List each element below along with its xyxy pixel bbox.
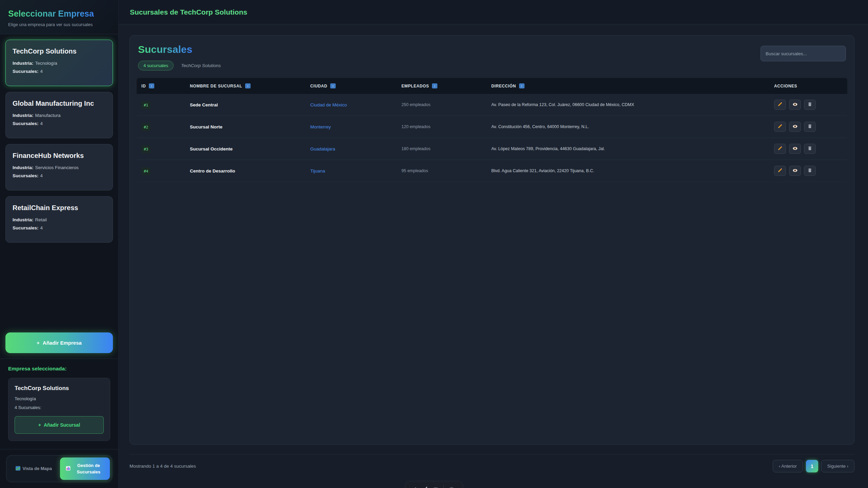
view-button[interactable] bbox=[789, 144, 801, 154]
trash-icon bbox=[807, 168, 812, 174]
page-title: Sucursales de TechCorp Solutions bbox=[130, 8, 247, 16]
sort-icon[interactable]: ↕ bbox=[245, 83, 251, 88]
id-cell: #1 bbox=[137, 102, 185, 108]
view-toggle: Vista de Mapa Gestión de Sucursales bbox=[6, 455, 112, 482]
company-sidebar: Seleccionar Empresa Elige una empresa pa… bbox=[0, 0, 119, 488]
delete-button[interactable] bbox=[804, 144, 816, 154]
company-industry-line: Industria:Servicios Financieros bbox=[13, 165, 106, 170]
add-company-label: Añadir Empresa bbox=[43, 340, 82, 346]
delete-button[interactable] bbox=[804, 100, 816, 110]
search-input[interactable] bbox=[761, 46, 846, 61]
delete-button[interactable] bbox=[804, 122, 816, 132]
company-card-retailchain[interactable]: RetailChain Express Industria:Retail Suc… bbox=[5, 196, 113, 243]
selected-company-branches: 4 Sucursales: bbox=[15, 405, 104, 410]
panel-head: Sucursales 4 sucursales TechCorp Solutio… bbox=[137, 44, 847, 70]
company-industry-line: Industria:Retail bbox=[13, 217, 106, 222]
edit-button[interactable] bbox=[774, 144, 786, 154]
edit-button[interactable] bbox=[774, 100, 786, 110]
branch-city-link[interactable]: Monterrey bbox=[310, 124, 331, 129]
font-size-icon[interactable]: A bbox=[414, 486, 417, 488]
branch-name: Sede Central bbox=[185, 102, 305, 107]
column-label: EMPLEADOS bbox=[401, 84, 429, 88]
current-page-button[interactable]: 1 bbox=[806, 460, 818, 472]
bar-chart-icon bbox=[65, 466, 71, 473]
branch-city-link[interactable]: Guadalajara bbox=[310, 146, 335, 151]
company-list: TechCorp Solutions Industria:Tecnología … bbox=[0, 34, 118, 248]
management-view-button[interactable]: Gestión de Sucursales bbox=[60, 458, 110, 480]
id-cell: #4 bbox=[137, 168, 185, 174]
edit-button[interactable] bbox=[774, 166, 786, 176]
trash-icon bbox=[807, 102, 812, 108]
view-button[interactable] bbox=[789, 100, 801, 110]
dock-divider bbox=[443, 485, 444, 488]
company-branches-line: Sucursales:4 bbox=[13, 173, 106, 178]
map-view-button[interactable]: Vista de Mapa bbox=[8, 458, 59, 480]
company-card-global-manufacturing[interactable]: Global Manufacturing Inc Industria:Manuf… bbox=[5, 92, 113, 138]
branch-employees: 95 empleados bbox=[397, 168, 487, 173]
id-cell: #3 bbox=[137, 146, 185, 152]
branches-label: Sucursales: bbox=[13, 173, 39, 178]
column-label: CIUDAD bbox=[310, 84, 327, 88]
table-row: #4 Centro de Desarrollo Tijuana 95 emple… bbox=[137, 160, 847, 182]
view-button[interactable] bbox=[789, 122, 801, 132]
add-company-button[interactable]: +Añadir Empresa bbox=[5, 332, 113, 353]
plus-icon: + bbox=[38, 422, 41, 428]
company-name: RetailChain Express bbox=[13, 204, 106, 212]
industry-label: Industria: bbox=[13, 217, 34, 222]
company-card-techcorp[interactable]: TechCorp Solutions Industria:Tecnología … bbox=[5, 40, 113, 86]
showing-text: Mostrando 1 a 4 de 4 sucursales bbox=[130, 464, 196, 469]
company-industry-line: Industria:Manufactura bbox=[13, 113, 106, 118]
sort-icon[interactable]: ↕ bbox=[519, 83, 525, 88]
company-name: FinanceHub Networks bbox=[13, 152, 106, 160]
branches-value: 4 bbox=[40, 69, 43, 74]
list-icon[interactable] bbox=[433, 486, 438, 488]
column-actions: ACCIONES bbox=[769, 84, 847, 88]
sort-icon[interactable]: ↕ bbox=[330, 83, 336, 88]
eye-icon bbox=[792, 168, 798, 174]
branch-id-badge: #4 bbox=[141, 167, 151, 175]
id-cell: #2 bbox=[137, 124, 185, 130]
delete-button[interactable] bbox=[804, 166, 816, 176]
brush-icon[interactable] bbox=[422, 486, 428, 488]
management-view-label: Gestión de Sucursales bbox=[73, 462, 104, 475]
branches-table: ID↕ NOMBRE DE SUCURSAL↕ CIUDAD↕ EMPLEADO… bbox=[137, 78, 847, 182]
selected-company-heading: Empresa seleccionada: bbox=[8, 366, 110, 372]
industry-value: Tecnología bbox=[35, 61, 57, 66]
actions-cell bbox=[769, 100, 847, 110]
pencil-icon bbox=[777, 102, 783, 108]
previous-page-button[interactable]: ‹ Anterior bbox=[773, 460, 803, 472]
edit-button[interactable] bbox=[774, 122, 786, 132]
trash-icon bbox=[807, 146, 812, 152]
branch-name: Sucursal Norte bbox=[185, 124, 305, 129]
next-page-button[interactable]: Siguiente › bbox=[821, 460, 854, 472]
branches-value: 4 bbox=[40, 173, 43, 178]
selected-company-industry: Tecnología bbox=[15, 396, 104, 401]
branches-value: 4 bbox=[40, 121, 43, 126]
branch-city-link[interactable]: Tijuana bbox=[310, 168, 325, 174]
industry-label: Industria: bbox=[13, 113, 34, 118]
sort-icon[interactable]: ↕ bbox=[149, 83, 154, 88]
column-label: ACCIONES bbox=[774, 84, 797, 88]
branch-count-badge: 4 sucursales bbox=[138, 61, 174, 70]
gear-icon[interactable] bbox=[449, 486, 454, 488]
view-button[interactable] bbox=[789, 166, 801, 176]
branch-city-link[interactable]: Ciudad de México bbox=[310, 102, 347, 107]
table-row: #1 Sede Central Ciudad de México 250 emp… bbox=[137, 94, 847, 116]
branch-employees: 250 empleados bbox=[397, 102, 487, 107]
city-cell: Tijuana bbox=[305, 168, 397, 174]
sort-icon[interactable]: ↕ bbox=[432, 83, 437, 88]
selected-company-section: Empresa seleccionada: TechCorp Solutions… bbox=[0, 359, 118, 449]
industry-label: Industria: bbox=[13, 61, 34, 66]
actions-cell bbox=[769, 144, 847, 154]
city-cell: Guadalajara bbox=[305, 146, 397, 152]
plus-icon: + bbox=[37, 340, 40, 346]
industry-value: Retail bbox=[35, 217, 47, 222]
company-card-financehub[interactable]: FinanceHub Networks Industria:Servicios … bbox=[5, 144, 113, 190]
industry-value: Servicios Financieros bbox=[35, 165, 79, 170]
pencil-icon bbox=[777, 124, 783, 130]
add-branch-button[interactable]: +Añadir Sucursal bbox=[15, 416, 104, 434]
pencil-icon bbox=[777, 168, 783, 174]
eye-icon bbox=[792, 124, 798, 130]
actions-cell bbox=[769, 166, 847, 176]
column-name: NOMBRE DE SUCURSAL↕ bbox=[185, 83, 305, 88]
